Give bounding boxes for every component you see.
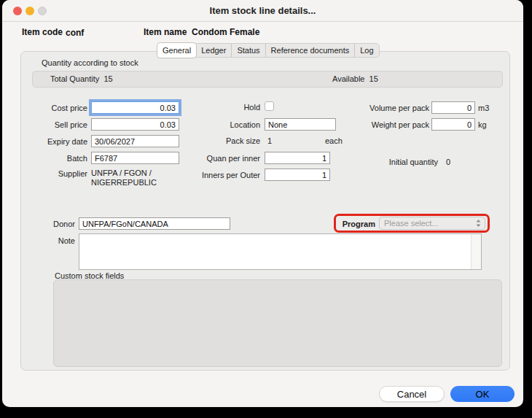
donor-label: Donor <box>31 220 75 228</box>
item-name-value: Condom Female <box>192 27 259 37</box>
item-code-label: Item code <box>22 27 63 37</box>
tab-general[interactable]: General <box>157 43 196 58</box>
item-stock-line-details-dialog: Item stock line details... Item code con… <box>2 0 523 407</box>
quan-per-inner-label: Quan per inner <box>180 154 260 163</box>
inners-per-outer-label: Inners per Outer <box>180 171 260 179</box>
hold-label: Hold <box>180 103 260 112</box>
total-quantity-value: 15 <box>103 74 112 83</box>
custom-stock-fields-panel <box>53 279 502 367</box>
expiry-date-label: Expiry date <box>18 137 87 146</box>
program-select-placeholder: Please select... <box>384 219 475 228</box>
expiry-date-input[interactable] <box>91 135 179 147</box>
pack-size-value: 1 <box>267 136 272 145</box>
location-label: Location <box>180 120 260 129</box>
available-label: Available 15 <box>332 74 378 83</box>
cancel-button[interactable]: Cancel <box>379 386 445 402</box>
weight-unit: kg <box>478 120 487 129</box>
batch-label: Batch <box>18 154 87 163</box>
donor-input[interactable] <box>79 217 230 230</box>
note-textarea[interactable] <box>79 233 482 270</box>
total-quantity-label-text: Total Quantity <box>50 74 99 83</box>
tab-status[interactable]: Status <box>231 44 265 57</box>
ok-button[interactable]: OK <box>450 386 515 402</box>
pack-size-label: Pack size <box>180 136 260 145</box>
weight-per-pack-input[interactable] <box>431 118 475 131</box>
item-name-label: Item name <box>144 27 187 37</box>
quantity-section-label: Quantity according to stock <box>42 58 138 67</box>
pack-size-unit: each <box>325 136 343 145</box>
location-input[interactable] <box>265 118 336 131</box>
hold-checkbox[interactable] <box>265 101 274 111</box>
supplier-label: Supplier <box>18 169 87 178</box>
titlebar: Item stock line details... <box>2 0 523 22</box>
select-stepper-icon <box>475 219 482 228</box>
tab-reference-documents[interactable]: Reference documents <box>265 44 355 57</box>
program-select[interactable]: Please select... <box>379 217 485 230</box>
tab-log[interactable]: Log <box>354 44 378 57</box>
program-label: Program <box>339 220 375 228</box>
note-label: Note <box>31 236 75 245</box>
window-title: Item stock line details... <box>2 0 523 22</box>
batch-input[interactable] <box>91 152 179 164</box>
weight-per-pack-label: Weight per pack <box>351 120 429 129</box>
volume-unit: m3 <box>478 104 489 112</box>
quan-per-inner-input[interactable] <box>265 152 330 164</box>
item-code-value: conf <box>66 28 84 38</box>
total-quantity-label: Total Quantity 15 <box>50 74 113 83</box>
cost-price-label: Cost price <box>18 104 87 112</box>
sell-price-label: Sell price <box>18 120 87 129</box>
initial-quantity-value: 0 <box>446 158 450 166</box>
volume-per-pack-input[interactable] <box>431 101 475 114</box>
inners-per-outer-input[interactable] <box>265 169 330 181</box>
available-label-text: Available <box>332 74 364 83</box>
volume-per-pack-label: Volume per pack <box>351 104 429 112</box>
initial-quantity-label: Initial quantity <box>358 158 438 166</box>
cost-price-input[interactable] <box>91 101 179 114</box>
tab-bar: General Ledger Status Reference document… <box>157 43 380 58</box>
available-value: 15 <box>369 74 378 83</box>
tab-ledger[interactable]: Ledger <box>195 44 231 57</box>
sell-price-input[interactable] <box>91 118 179 131</box>
